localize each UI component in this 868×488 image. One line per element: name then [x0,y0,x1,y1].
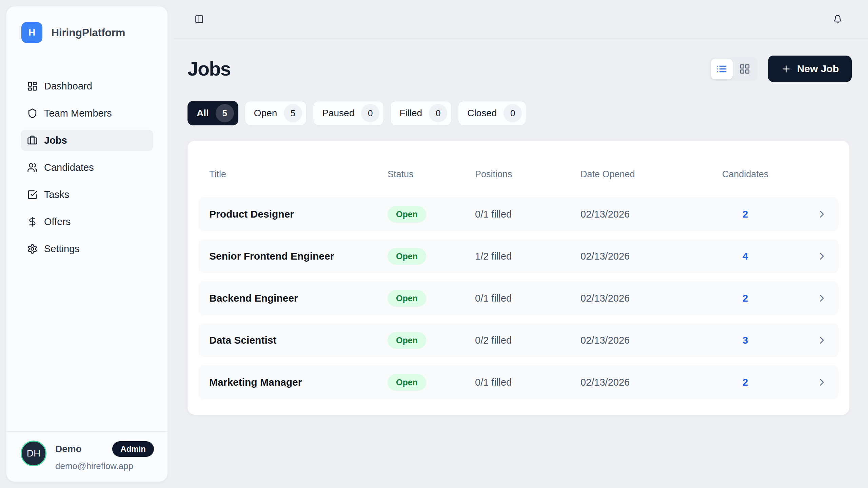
new-job-label: New Job [797,63,839,75]
table-row-product-designer[interactable]: Product Designer Open 0/1 filled 02/13/2… [198,197,839,231]
sidebar-item-label: Jobs [44,135,67,146]
filter-label: Open [254,108,277,119]
filter-count: 0 [504,104,522,122]
sidebar-item-dashboard[interactable]: Dashboard [21,76,153,97]
candidates-count[interactable]: 2 [743,292,748,304]
sidebar-item-label: Offers [44,216,71,227]
sidebar-item-jobs[interactable]: Jobs [21,130,153,151]
check-square-icon [27,189,38,200]
filter-label: Paused [322,108,354,119]
job-title: Data Scientist [209,334,388,346]
sidebar-item-label: Team Members [44,108,112,119]
new-job-button[interactable]: New Job [768,56,852,82]
avatar: DH [21,441,46,466]
page-header: Jobs [188,56,852,82]
main-area: Jobs [173,0,868,488]
user-email: demo@hireflow.app [55,461,154,471]
topbar [173,0,868,39]
table-row-data-scientist[interactable]: Data Scientist Open 0/2 filled 02/13/202… [198,323,839,357]
chevron-right-icon[interactable] [816,208,828,220]
panel-left-icon [195,15,204,24]
user-box[interactable]: DH Demo Admin demo@hireflow.app [6,431,167,482]
brand-name: HiringPlatform [51,26,125,39]
notifications-button[interactable] [833,15,842,24]
sidebar-item-settings[interactable]: Settings [21,238,153,259]
brand-logo: H [21,22,42,43]
positions-cell: 0/1 filled [475,377,580,388]
filter-label: Closed [467,108,497,119]
role-badge: Admin [112,441,154,457]
filter-count: 5 [284,104,302,122]
column-header-title: Title [209,169,388,180]
sidebar-item-offers[interactable]: Offers [21,211,153,232]
candidates-count[interactable]: 3 [743,334,748,346]
user-meta: Demo Admin demo@hireflow.app [55,441,154,471]
column-header-candidates: Candidates [722,169,769,180]
status-badge: Open [388,374,426,391]
page-title: Jobs [188,58,231,80]
filter-filled[interactable]: Filled 0 [390,101,452,125]
jobs-table-card: Title Status Positions Date Opened Candi… [188,141,849,415]
status-badge: Open [388,206,426,223]
status-badge: Open [388,332,426,349]
table-row-marketing-manager[interactable]: Marketing Manager Open 0/1 filled 02/13/… [198,365,839,399]
filter-all[interactable]: All 5 [188,101,238,125]
dashboard-icon [27,81,38,92]
positions-cell: 0/2 filled [475,335,580,346]
sidebar-item-tasks[interactable]: Tasks [21,184,153,205]
chevron-right-icon[interactable] [816,377,828,388]
chevron-right-icon[interactable] [816,250,828,262]
filter-label: Filled [399,108,422,119]
job-title: Backend Engineer [209,292,388,304]
page-content: Jobs [173,56,868,415]
date-opened-cell: 02/13/2026 [580,209,710,220]
sidebar-item-label: Candidates [44,162,94,173]
status-badge: Open [388,290,426,307]
chevron-right-icon[interactable] [816,292,828,304]
plus-icon [781,64,791,74]
date-opened-cell: 02/13/2026 [580,251,710,262]
filter-count: 0 [361,104,379,122]
sidebar-item-label: Dashboard [44,81,92,92]
filter-count: 5 [216,104,234,122]
sidebar-toggle-button[interactable] [195,15,204,24]
filter-label: All [197,108,209,119]
sidebar-item-candidates[interactable]: Candidates [21,157,153,178]
sidebar: H HiringPlatform Dashboard Team Members … [6,6,168,482]
briefcase-icon [27,135,38,146]
job-title: Product Designer [209,208,388,220]
grid-view-button[interactable] [734,59,756,79]
table-header-row: Title Status Positions Date Opened Candi… [198,151,839,197]
date-opened-cell: 02/13/2026 [580,293,710,304]
status-filters: All 5 Open 5 Paused 0 Filled 0 Closed 0 [188,101,852,125]
list-view-button[interactable] [711,59,733,79]
filter-open[interactable]: Open 5 [245,101,307,125]
candidates-count[interactable]: 4 [743,250,748,262]
job-title: Senior Frontend Engineer [209,250,388,262]
view-toggle [709,57,757,81]
chevron-right-icon[interactable] [816,334,828,346]
sidebar-item-label: Settings [44,243,80,255]
job-title: Marketing Manager [209,377,388,388]
brand: H HiringPlatform [6,6,167,43]
user-name: Demo [55,444,82,454]
filter-paused[interactable]: Paused 0 [313,101,384,125]
list-icon [716,63,727,75]
filter-closed[interactable]: Closed 0 [458,101,526,125]
sidebar-item-team-members[interactable]: Team Members [21,103,153,124]
filter-count: 0 [429,104,447,122]
header-actions: New Job [709,56,852,82]
table-row-senior-frontend-engineer[interactable]: Senior Frontend Engineer Open 1/2 filled… [198,239,839,273]
positions-cell: 0/1 filled [475,209,580,220]
date-opened-cell: 02/13/2026 [580,335,710,346]
bell-icon [833,15,842,24]
candidates-count[interactable]: 2 [743,377,748,388]
column-header-status: Status [388,169,475,180]
column-header-date-opened: Date Opened [580,169,710,180]
sidebar-nav: Dashboard Team Members Jobs Candidates T… [6,76,167,259]
shield-icon [27,108,38,119]
status-badge: Open [388,248,426,265]
table-body: Product Designer Open 0/1 filled 02/13/2… [198,197,839,399]
table-row-backend-engineer[interactable]: Backend Engineer Open 0/1 filled 02/13/2… [198,281,839,315]
candidates-count[interactable]: 2 [743,208,748,220]
